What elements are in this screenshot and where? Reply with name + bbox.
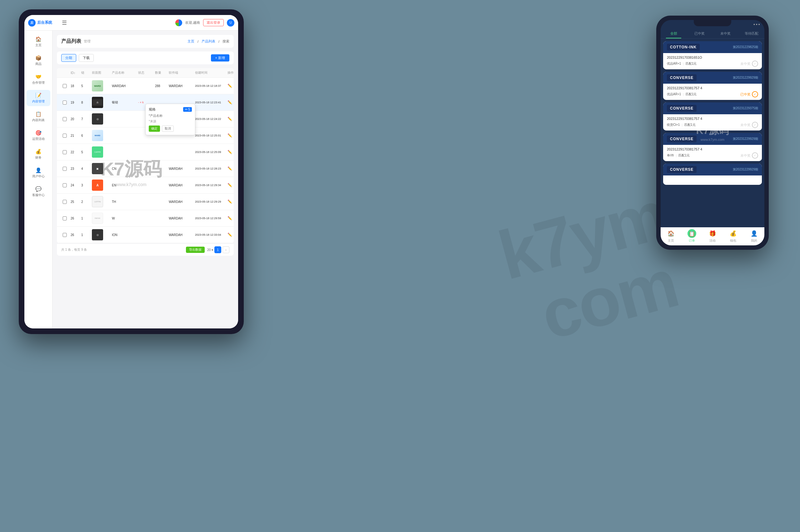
sidebar-item-partner[interactable]: 🤝 合作管理 bbox=[26, 71, 50, 88]
edit-icon[interactable]: ✏️ bbox=[228, 216, 232, 221]
sidebar-item-home[interactable]: 🏠 主页 bbox=[26, 34, 50, 50]
order-status: 未中奖 ✓ bbox=[740, 122, 758, 128]
popup-edit-btn[interactable]: ✏ 5 bbox=[183, 107, 192, 112]
cell-chain: 7 bbox=[81, 117, 91, 121]
nav-item-home[interactable]: 🏠 主页 bbox=[661, 229, 681, 243]
delete-icon[interactable]: 🗑 bbox=[233, 133, 234, 138]
edit-icon[interactable]: ✏️ bbox=[228, 233, 232, 237]
sidebar-item-content[interactable]: 📝 内容管理 bbox=[26, 90, 50, 106]
nav-item-order[interactable]: 📋 订单 bbox=[681, 229, 702, 243]
order-number: 20231229170381757 4 bbox=[667, 147, 758, 151]
row-checkbox[interactable] bbox=[60, 134, 69, 138]
product-thumbnail: WARD bbox=[92, 80, 103, 92]
order-tags: 优品AR+1 | 匹配1元 bbox=[667, 61, 696, 66]
order-card-body bbox=[663, 175, 762, 185]
edit-icon[interactable]: ✏️ bbox=[228, 183, 232, 187]
cell-id: 26 bbox=[71, 217, 80, 220]
row-checkbox[interactable] bbox=[60, 183, 69, 187]
popup-cancel-btn[interactable]: 取消 bbox=[162, 126, 174, 132]
edit-icon[interactable]: ✏️ bbox=[228, 84, 232, 88]
order-card-header: CONVERSE 第20231229929期 bbox=[663, 133, 762, 145]
sidebar-item-goods[interactable]: 📦 商品 bbox=[26, 53, 50, 69]
page-btn-next[interactable]: › bbox=[222, 246, 230, 253]
status-icon-lost: ✓ bbox=[752, 61, 758, 67]
edit-icon[interactable]: ✏️ bbox=[228, 133, 232, 138]
breadcrumb-list[interactable]: 产品列表 bbox=[202, 39, 215, 44]
row-checkbox[interactable] bbox=[60, 150, 69, 154]
brand-tag: CONVERSE bbox=[667, 166, 696, 173]
edit-icon[interactable]: ✏️ bbox=[228, 100, 232, 104]
product-thumbnail: ◎ bbox=[92, 113, 103, 125]
row-checkbox[interactable] bbox=[60, 117, 69, 121]
menu-icon[interactable]: ☰ bbox=[62, 19, 67, 26]
page-size-select[interactable]: 20 ▾ bbox=[207, 248, 213, 252]
order-card: CONVERSE 第20231229929期 bbox=[663, 164, 762, 185]
phone-tabs: 全部 已中奖 未中奖 等待匹配 bbox=[661, 29, 764, 39]
period-text: 第20231229375期 bbox=[733, 106, 758, 111]
order-card-body: 20231229170381757 4 单/件 | 匹配1元 未中奖 ✓ bbox=[663, 145, 762, 161]
cell-date: 2023-05-18 12:29:59 bbox=[195, 217, 226, 220]
edit-icon[interactable]: ✏️ bbox=[228, 117, 232, 121]
sidebar-item-ops[interactable]: 🎯 运营活动 bbox=[26, 127, 50, 144]
cell-id: 21 bbox=[71, 134, 80, 137]
row-checkbox[interactable] bbox=[60, 233, 69, 237]
cell-chain: 3 bbox=[81, 184, 91, 187]
row-checkbox[interactable] bbox=[60, 84, 69, 88]
sidebar-item-finance[interactable]: 💰 财务 bbox=[26, 146, 50, 162]
popup-confirm-btn[interactable]: 确定 bbox=[149, 126, 160, 132]
tab-won[interactable]: 已中奖 bbox=[687, 29, 712, 38]
status-icon-won: ✓ bbox=[752, 91, 758, 97]
action-icons: ✏️ bbox=[228, 216, 234, 221]
edit-icon[interactable]: ✏️ bbox=[228, 166, 232, 171]
user-avatar[interactable]: U bbox=[227, 19, 234, 26]
mine-nav-icon: 👤 bbox=[750, 229, 759, 238]
delete-icon[interactable]: 🗑 bbox=[233, 84, 234, 88]
table-row: 26 1 ◎ ION WARDAH 2023-05-18 12:33:04 ✏️ bbox=[57, 227, 234, 243]
edit-icon[interactable]: ✏️ bbox=[228, 150, 232, 154]
edit-icon[interactable]: ✏️ bbox=[228, 200, 232, 204]
export-button[interactable]: 导出数据 bbox=[186, 247, 205, 253]
tab-all[interactable]: 全部 bbox=[661, 29, 687, 38]
add-product-button[interactable]: + 新增 bbox=[211, 54, 230, 61]
delete-icon[interactable]: 🗑 bbox=[233, 150, 234, 154]
row-checkbox[interactable] bbox=[60, 100, 69, 104]
tag-1: 优品AR+1 bbox=[667, 61, 681, 66]
logo-icon: 后 bbox=[28, 19, 36, 26]
sidebar-label-partner: 合作管理 bbox=[32, 80, 45, 85]
nav-item-mine[interactable]: 👤 我的 bbox=[744, 229, 764, 243]
status-text-won: 已中奖 bbox=[740, 92, 751, 97]
table-row: 25 2 LOTTN TH WARDAH 2023-05-18 12:29:29… bbox=[57, 194, 234, 210]
period-text: 第20231229929期 bbox=[733, 167, 758, 172]
nav-item-wallet[interactable]: 💰 钱包 bbox=[723, 229, 743, 243]
finance-icon: 💰 bbox=[35, 149, 41, 154]
table-footer: 共 1 条，每页 9 条 导出数据 20 ▾ 1 › bbox=[57, 244, 234, 256]
breadcrumb-home[interactable]: 主页 bbox=[187, 39, 194, 44]
nav-label-mine: 我的 bbox=[751, 239, 757, 243]
filter-btn-download[interactable]: 下载 bbox=[79, 54, 94, 62]
row-checkbox[interactable] bbox=[60, 167, 69, 171]
tab-pending[interactable]: 等待匹配 bbox=[739, 29, 764, 38]
sidebar-item-service[interactable]: 💬 客服中心 bbox=[26, 184, 50, 200]
tab-not-won[interactable]: 未中奖 bbox=[712, 29, 739, 38]
sidebar-item-user[interactable]: 👤 用户中心 bbox=[26, 165, 50, 181]
nav-item-activity[interactable]: 🎁 活动 bbox=[702, 229, 723, 243]
filter-btn-period[interactable]: 分期 bbox=[61, 54, 76, 62]
product-thumbnail: CAPPR bbox=[92, 147, 103, 158]
cell-chain: 4 bbox=[81, 167, 91, 170]
delete-icon[interactable]: 🗑 bbox=[233, 100, 234, 104]
row-checkbox[interactable] bbox=[60, 200, 69, 204]
tag-1: 单/件 bbox=[667, 153, 674, 158]
product-thumbnail: INKNK bbox=[92, 213, 103, 224]
breadcrumb-search: 搜索 bbox=[222, 39, 230, 44]
cell-id: 26 bbox=[71, 233, 80, 237]
page-btn-1[interactable]: 1 bbox=[214, 246, 221, 253]
delete-icon[interactable]: 🗑 bbox=[233, 117, 234, 121]
cell-id: 23 bbox=[71, 167, 80, 170]
content-icon: 📝 bbox=[35, 92, 41, 98]
action-icons: ✏️ 🗑 bbox=[228, 133, 234, 138]
logout-button[interactable]: 退出登录 bbox=[203, 19, 224, 26]
row-checkbox[interactable] bbox=[60, 216, 69, 221]
table-header: ID↕ 链 前面图 产品名称 状态 数量 软件端 创建时间 操作 bbox=[57, 68, 234, 78]
product-thumbnail: ▣ bbox=[92, 163, 103, 174]
sidebar-item-content-list[interactable]: 📋 内容列表 bbox=[26, 109, 50, 125]
